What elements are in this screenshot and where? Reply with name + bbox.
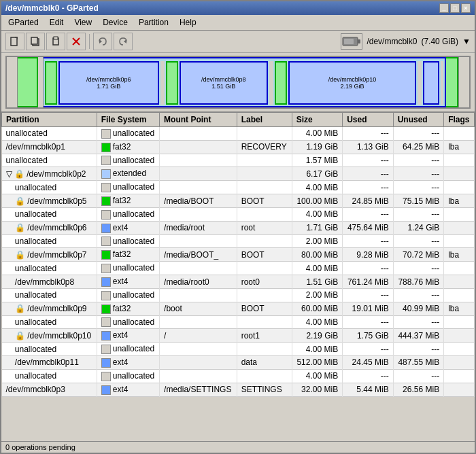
disk-seg-p9[interactable] — [275, 61, 287, 105]
disk-seg-p7[interactable] — [166, 61, 178, 105]
cell-label — [237, 167, 292, 181]
menu-device[interactable]: Device — [99, 16, 132, 29]
cell-unused: 40.99 MiB — [393, 302, 444, 315]
cell-mountpoint — [160, 315, 237, 329]
close-button[interactable]: × — [461, 3, 471, 13]
cell-flags — [444, 343, 475, 356]
table-row[interactable]: unallocatedunallocated4.00 MiB------ — [2, 262, 475, 275]
disk-seg-p5[interactable] — [45, 61, 57, 105]
cell-flags — [444, 383, 475, 396]
svg-rect-10 — [358, 39, 360, 43]
cell-unused: --- — [393, 207, 444, 221]
table-row[interactable]: unallocatedunallocated4.00 MiB------ — [2, 127, 475, 141]
disk-seg-p8[interactable]: /dev/mmcblk0p81.51 GiB — [180, 61, 269, 105]
cell-flags: lba — [444, 248, 475, 262]
disk-seg-unalloc-end[interactable] — [458, 57, 469, 107]
cell-mountpoint — [160, 234, 237, 248]
statusbar: 0 operations pending — [1, 441, 475, 453]
cell-filesystem: fat32 — [97, 248, 159, 262]
redo-button[interactable] — [114, 33, 133, 50]
disk-seg-p3[interactable] — [446, 57, 458, 107]
minimize-button[interactable]: _ — [439, 3, 449, 13]
table-row[interactable]: unallocatedunallocated4.00 MiB------ — [2, 207, 475, 221]
cell-size: 2.00 MiB — [292, 234, 343, 248]
cell-mountpoint — [160, 181, 237, 194]
paste-button[interactable] — [46, 33, 65, 50]
disk-seg-p11[interactable] — [423, 61, 439, 105]
table-row[interactable]: unallocatedunallocated4.00 MiB------ — [2, 181, 475, 194]
cell-used: 19.01 MiB — [343, 302, 394, 315]
cell-size: 100.00 MiB — [292, 194, 343, 208]
menu-help[interactable]: Help — [175, 16, 201, 29]
cell-filesystem: unallocated — [97, 127, 159, 141]
table-row[interactable]: 🔒 /dev/mmcblk0p9fat32/bootBOOT60.00 MiB1… — [2, 302, 475, 315]
menu-partition[interactable]: Partition — [135, 16, 173, 29]
cell-partition: /dev/mmcblk0p11 — [2, 356, 97, 370]
table-row[interactable]: unallocatedunallocated1.57 MiB------ — [2, 154, 475, 167]
cell-label — [237, 207, 292, 221]
cell-mountpoint: /media/SETTINGS — [160, 383, 237, 396]
table-row[interactable]: 🔒 /dev/mmcblk0p5fat32/media/BOOTBOOT100.… — [2, 194, 475, 208]
cell-label: root0 — [237, 275, 292, 289]
cell-label: root — [237, 221, 292, 234]
col-size: Size — [292, 113, 343, 127]
table-row[interactable]: unallocatedunallocated4.00 MiB------ — [2, 315, 475, 329]
window-controls: _ □ × — [439, 3, 471, 13]
disk-seg-unalloc-3[interactable] — [269, 61, 273, 105]
col-filesystem: File System — [97, 113, 159, 127]
disk-seg-unalloc-5[interactable] — [441, 61, 443, 105]
cell-mountpoint — [160, 356, 237, 370]
cell-flags — [444, 329, 475, 343]
table-row[interactable]: 🔒 /dev/mmcblk0p6ext4/media/rootroot1.71 … — [2, 221, 475, 234]
disk-seg-p1[interactable] — [18, 57, 38, 107]
cell-partition: unallocated — [2, 234, 97, 248]
table-row[interactable]: unallocatedunallocated2.00 MiB------ — [2, 288, 475, 302]
cell-size: 1.51 GiB — [292, 275, 343, 289]
disk-seg-p6[interactable]: /dev/mmcblk0p61.71 GiB — [58, 61, 159, 105]
cell-mountpoint: /boot — [160, 302, 237, 315]
cell-flags — [444, 167, 475, 181]
device-name: /dev/mmcblk0 — [367, 37, 417, 46]
menu-gparted[interactable]: GParted — [4, 16, 43, 29]
cell-flags: lba — [444, 302, 475, 315]
menu-edit[interactable]: Edit — [46, 16, 68, 29]
main-window: /dev/mmcblk0 - GParted _ □ × GParted Edi… — [0, 0, 476, 454]
disk-seg-unalloc-1[interactable] — [38, 57, 44, 107]
new-button[interactable] — [5, 33, 24, 50]
col-unused: Unused — [393, 113, 444, 127]
partition-table: Partition File System Mount Point Label … — [1, 111, 475, 441]
disk-seg-p10[interactable]: /dev/mmcblk0p102.19 GiB — [288, 61, 416, 105]
cell-flags — [444, 369, 475, 383]
maximize-button[interactable]: □ — [450, 3, 460, 13]
disk-seg-extended[interactable]: /dev/mmcblk0p61.71 GiB /dev/mmcblk0p81.5… — [44, 57, 446, 107]
cell-flags: lba — [444, 140, 475, 154]
table-row[interactable]: unallocatedunallocated4.00 MiB------ — [2, 343, 475, 356]
delete-button[interactable] — [67, 33, 86, 50]
cell-size: 4.00 MiB — [292, 207, 343, 221]
disk-seg-unalloc-2[interactable] — [160, 61, 165, 105]
cell-label — [237, 234, 292, 248]
table-row[interactable]: 🔒 /dev/mmcblk0p10ext4/root12.19 GiB1.75 … — [2, 329, 475, 343]
device-dropdown-icon[interactable]: ▼ — [462, 37, 471, 46]
menu-view[interactable]: View — [70, 16, 96, 29]
disk-seg-unalloc-0[interactable] — [7, 57, 18, 107]
cell-size: 4.00 MiB — [292, 262, 343, 275]
cell-label — [237, 288, 292, 302]
table-row[interactable]: unallocatedunallocated2.00 MiB------ — [2, 234, 475, 248]
cell-size: 2.00 MiB — [292, 288, 343, 302]
disk-seg-unalloc-4[interactable] — [418, 61, 422, 105]
table-row[interactable]: /dev/mmcblk0p11ext4data512.00 MiB24.45 M… — [2, 356, 475, 370]
cell-size: 6.17 GiB — [292, 167, 343, 181]
cell-label: RECOVERY — [237, 140, 292, 154]
cell-used: 24.45 MiB — [343, 356, 394, 370]
table-row[interactable]: unallocatedunallocated4.00 MiB------ — [2, 369, 475, 383]
table-row[interactable]: ▽ 🔒 /dev/mmcblk0p2extended6.17 GiB------ — [2, 167, 475, 181]
table-row[interactable]: /dev/mmcblk0p3ext4/media/SETTINGSSETTING… — [2, 383, 475, 396]
table-row[interactable]: /dev/mmcblk0p8ext4/media/root0root01.51 … — [2, 275, 475, 289]
cell-mountpoint: / — [160, 329, 237, 343]
cell-flags — [444, 181, 475, 194]
copy-button[interactable] — [26, 33, 45, 50]
table-row[interactable]: /dev/mmcblk0p1fat32RECOVERY1.19 GiB1.13 … — [2, 140, 475, 154]
undo-button[interactable] — [93, 33, 112, 50]
table-row[interactable]: 🔒 /dev/mmcblk0p7fat32/media/BOOT_BOOT80.… — [2, 248, 475, 262]
